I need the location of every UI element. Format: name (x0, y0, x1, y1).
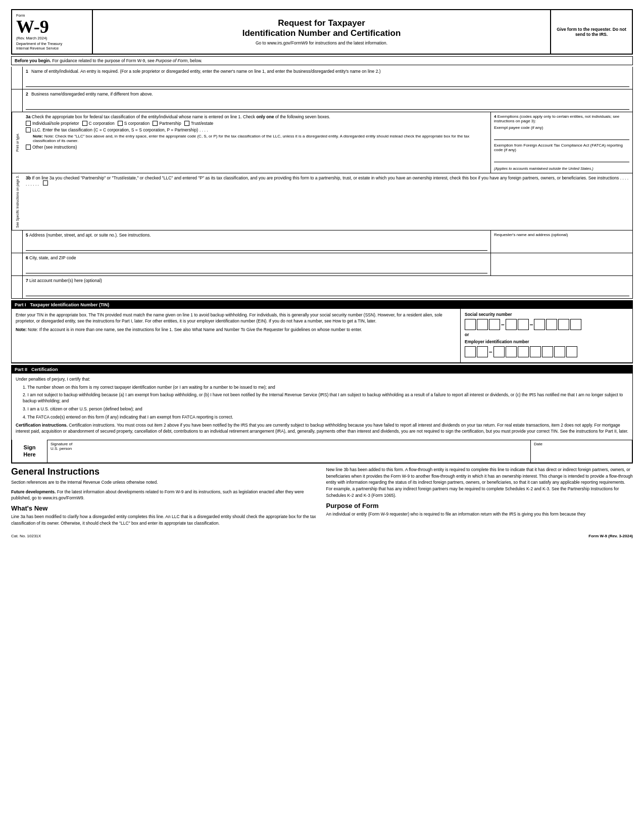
field3a-area: 3a Check the appropriate box for federal… (23, 112, 491, 173)
rev-date: (Rev. March 2024) (16, 36, 88, 40)
tin-body: Enter your TIN in the appropriate box. T… (16, 312, 456, 325)
cb-llc-box[interactable] (26, 127, 31, 132)
ein-d9[interactable] (566, 346, 577, 357)
ssn-d3[interactable] (489, 319, 500, 330)
w9-logo: W-9 (16, 18, 88, 36)
ein-d8[interactable] (554, 346, 565, 357)
note-text-content: Note: Check the "LLC" box above and, in … (33, 134, 469, 143)
ein-d2[interactable] (477, 346, 488, 357)
field4-exempt-label: Exempt payee code (if any) (494, 125, 543, 130)
field5-num: 5 (26, 233, 28, 238)
cb-individual[interactable]: Individual/sole proprietor (26, 121, 79, 126)
row-3a-4: Print or type. 3a Check the appropriate … (12, 112, 632, 173)
field4-fatca-input[interactable] (494, 153, 629, 162)
ein-d4[interactable] (506, 346, 517, 357)
note-3a: Note: Note: Check the "LLC" box above an… (33, 134, 487, 143)
cb-partnership-box[interactable] (153, 121, 158, 126)
field6-area: 6 City, state, and ZIP code (23, 253, 491, 275)
sig-person: U.S. person (51, 446, 72, 451)
field6-num: 6 (26, 255, 28, 260)
field3b-checkbox-inline[interactable] (43, 181, 48, 187)
field1-input[interactable] (26, 75, 629, 87)
ssn-d5[interactable] (518, 319, 529, 330)
before-begin-text: For guidance related to the purpose of F… (52, 58, 202, 63)
side-label-text: Print or type. (16, 133, 19, 152)
tin-left: Enter your TIN in the appropriate box. T… (12, 309, 461, 362)
signature-label: Signature of U.S. person (51, 442, 527, 451)
signature-field[interactable]: Signature of U.S. person (47, 440, 531, 462)
form-info: Form W-9 (Rev. March 2024) Department of… (12, 10, 93, 54)
side-space-2 (12, 89, 23, 112)
cert-instructions: Certification instructions. Certificatio… (16, 423, 628, 435)
ssn-d9[interactable] (570, 319, 581, 330)
field4-exempt-input[interactable] (494, 131, 629, 140)
cb-trust[interactable]: Trust/estate (184, 121, 214, 126)
form-header: Form W-9 (Rev. March 2024) Department of… (11, 9, 633, 55)
field6-input[interactable] (26, 261, 487, 273)
field3b-checkbox[interactable] (43, 180, 48, 186)
cb-partnership[interactable]: Partnership (153, 121, 181, 126)
w9-title: W-9 (16, 18, 49, 36)
signature-line[interactable] (51, 451, 527, 461)
checkbox-row-1: Individual/sole proprietor C corporation… (26, 121, 487, 126)
field5-input[interactable] (26, 239, 487, 251)
cat-no: Cat. No. 10231X (11, 534, 41, 538)
cb-ccorp[interactable]: C corporation (82, 121, 115, 126)
gen-title: General Instructions (11, 467, 318, 477)
cb-llc[interactable]: LLC. Enter the tax classification (C = C… (26, 127, 208, 132)
cb-scorp[interactable]: S corporation (118, 121, 150, 126)
field7-num: 7 (26, 278, 28, 283)
field2-area: 2 Business name/disregarded entity name,… (23, 89, 632, 112)
field5-area: 5 Address (number, street, and apt. or s… (23, 230, 491, 253)
field1-label: Name of entity/individual. An entry is r… (31, 69, 381, 74)
cert-item4: 4. The FATCA code(s) entered on this for… (23, 414, 628, 421)
date-line[interactable] (534, 446, 629, 456)
cert-item2: 2. I am not subject to backup withholdin… (23, 392, 628, 404)
part1-label: Part I (15, 302, 26, 307)
ein-d5[interactable] (518, 346, 529, 357)
ssn-d1[interactable] (465, 319, 476, 330)
before-begin: Before you begin. For guidance related t… (11, 56, 633, 65)
tin-right: Social security number – – or Employer i… (461, 309, 632, 362)
cb-trust-box[interactable] (184, 121, 189, 126)
field7-label: List account number(s) here (optional) (29, 278, 102, 283)
cb-ccorp-box[interactable] (82, 121, 87, 126)
part1-header: Part I Taxpayer Identification Number (T… (12, 301, 632, 309)
field7-input[interactable] (26, 284, 629, 296)
field2-input[interactable] (26, 98, 629, 110)
ein-d6[interactable] (530, 346, 541, 357)
ssn-d7[interactable] (546, 319, 557, 330)
ssn-d6[interactable] (534, 319, 545, 330)
part1-box: Part I Taxpayer Identification Number (T… (11, 300, 633, 363)
ein-d3[interactable] (493, 346, 505, 357)
cert-instructions-label: Certification instructions. (16, 423, 68, 428)
ein-boxes: – (465, 346, 628, 357)
part2-label: Part II (15, 367, 27, 372)
side-space-1 (12, 67, 23, 89)
part2-title: Certification (31, 367, 58, 372)
ssn-d4[interactable] (506, 319, 517, 330)
sign-section: Sign Here Signature of U.S. person Date (12, 440, 632, 463)
ssn-dash1: – (501, 321, 505, 328)
general-section: General Instructions Section references … (11, 467, 633, 530)
cb-individual-box[interactable] (26, 121, 31, 126)
field4-fatca-label: Exemption from Foreign Account Tax Compl… (494, 143, 623, 152)
field5-requester: Requester's name and address (optional) (491, 230, 632, 253)
cb-other[interactable]: Other (see instructions) (26, 145, 77, 150)
field3a-num: 3a (26, 114, 30, 119)
ein-d7[interactable] (542, 346, 553, 357)
field7-area: 7 List account number(s) here (optional) (23, 276, 632, 298)
cb-other-box[interactable] (26, 145, 31, 150)
date-field[interactable]: Date (531, 440, 632, 462)
dept: Department of the Treasury (16, 41, 88, 46)
sig-of: Signature of (51, 442, 72, 446)
cert-body: Under penalties of perjury, I certify th… (12, 374, 632, 440)
ein-d1[interactable] (465, 346, 476, 357)
ssn-d2[interactable] (477, 319, 488, 330)
or-text: or (465, 332, 628, 337)
cb-scorp-box[interactable] (118, 121, 123, 126)
field6-requester-space (491, 253, 632, 275)
tin-note-text: Note: If the account is in more than one… (28, 327, 362, 332)
checkbox-row-llc: LLC. Enter the tax classification (C = C… (26, 127, 487, 132)
ssn-d8[interactable] (558, 319, 569, 330)
